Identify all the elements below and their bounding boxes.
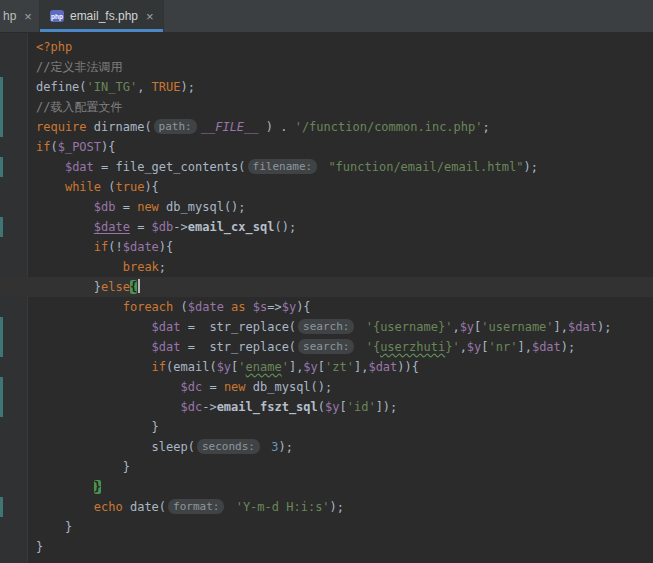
code-line[interactable]: if($_POST){ [0,137,653,157]
code-token: ( [101,180,115,194]
code-line[interactable]: $dat = file_get_contents(filename: "func… [0,157,653,177]
code-token: (email( [166,360,217,374]
code-token: $dc [181,400,203,414]
code-token: '{ [366,340,380,354]
code-token: dirname( [87,120,152,134]
tab-email-fs-php[interactable]: php email_fs.php × [40,0,164,32]
code-token: (); [274,220,296,234]
code-token: -> [202,400,216,414]
code-line[interactable]: $dat = str_replace(search: '{userzhuti}'… [0,337,653,357]
code-token: [ [481,340,488,354]
vcs-change-marker [0,97,3,117]
code-line[interactable]: }else{ [0,277,653,297]
code-token [36,220,94,234]
code-line[interactable]: if(email($y['ename'],$y['zt'],$dat)){ [0,357,653,377]
code-line[interactable]: <?php [0,37,653,57]
code-token [36,340,152,354]
code-token [224,300,231,314]
code-token: email_cx_sql [188,220,275,234]
code-token: $dc [181,380,203,394]
code-token: else [101,280,130,294]
code-line[interactable]: } [0,417,653,437]
code-line[interactable]: } [0,477,653,497]
text-caret [138,279,140,293]
parameter-hint: path: [154,119,197,134]
code-token: ){ [296,300,310,314]
code-token: '/function/common.inc.php' [295,120,483,134]
code-token: while [65,180,101,194]
code-token: TRUE [152,80,181,94]
code-line[interactable]: //载入配置文件 [0,97,653,117]
code-token [36,360,152,374]
code-line[interactable]: $date = $db->email_cx_sql(); [0,217,653,237]
code-token [36,160,65,174]
code-line[interactable]: while (true){ [0,177,653,197]
code-line[interactable]: define('IN_TG', TRUE); [0,77,653,97]
code-token [36,320,152,334]
code-token: ename [246,360,282,374]
code-token: $y [460,320,474,334]
svg-text:php: php [51,13,63,21]
code-token: 'IN_TG' [87,80,138,94]
code-line[interactable]: sleep(seconds: 3); [0,437,653,457]
code-line[interactable]: echo date(format: 'Y-m-d H:i:s'); [0,497,653,517]
code-token: ], [554,320,568,334]
code-token: date( [123,500,166,514]
vcs-change-marker [0,317,3,337]
code-line[interactable]: require dirname(path:__FILE__ ) . '/func… [0,117,653,137]
vcs-change-marker [0,497,3,517]
code-token: '{username}' [366,320,453,334]
code-token: $dat [368,360,397,374]
code-line[interactable]: } [0,517,653,537]
code-token [246,300,253,314]
code-line[interactable]: } [0,537,653,557]
code-token [36,500,94,514]
vcs-change-marker [0,337,3,357]
code-token: //定义非法调用 [36,60,122,74]
code-token: true [115,180,144,194]
code-line[interactable]: } [0,457,653,477]
close-icon[interactable]: × [24,10,32,23]
code-token: ( [173,300,187,314]
tab-label: email_fs.php [70,9,138,23]
code-token: $dat [532,340,561,354]
code-token: if [36,140,50,154]
code-token: $db [94,200,116,214]
code-token: db_mysql(); [159,200,246,214]
code-line[interactable]: foreach ($date as $s=>$y){ [0,297,653,317]
code-token: $dat [65,160,94,174]
code-token: if [94,240,108,254]
code-token: 'id' [347,400,376,414]
code-line[interactable]: if(!$date){ [0,237,653,257]
code-token: echo [94,500,123,514]
code-token: $_POST [58,140,101,154]
tab-partial-php[interactable]: hp × [0,0,40,32]
code-token: ){ [101,140,115,154]
code-token: ) . [259,120,295,134]
code-line[interactable]: //定义非法调用 [0,57,653,77]
code-token: email_fszt_sql [217,400,318,414]
code-token [36,180,65,194]
code-line[interactable]: $dat = str_replace(search: '{username}',… [0,317,653,337]
code-token [36,300,123,314]
code-line[interactable]: $dc = new db_mysql(); [0,377,653,397]
code-token [36,240,94,254]
code-token: [ [318,360,325,374]
code-token: = str_replace( [181,340,297,354]
code-line[interactable]: $dc->email_fszt_sql($y['id']); [0,397,653,417]
code-line[interactable]: $db = new db_mysql(); [0,197,653,217]
code-token: ], [289,360,303,374]
code-token: foreach [123,300,174,314]
code-token: db_mysql(); [246,380,333,394]
code-line[interactable]: break; [0,257,653,277]
code-token: new [137,200,159,214]
code-token: userzhuti [380,340,445,354]
code-token: ); [278,440,292,454]
code-token: } [36,540,43,554]
close-icon[interactable]: × [146,10,154,23]
parameter-hint: filename: [248,159,318,174]
code-token [358,340,365,354]
code-token: $y [217,360,231,374]
code-token: ( [318,400,325,414]
code-token: <?php [36,40,72,54]
